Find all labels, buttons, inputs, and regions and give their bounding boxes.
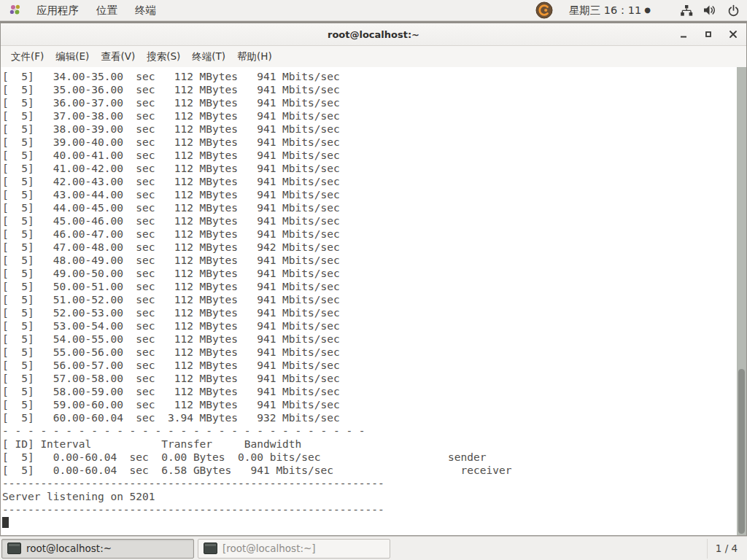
- terminal-line: [ 5] 56.00-57.00 sec 112 MBytes 941 Mbit…: [2, 359, 735, 372]
- terminal-line: [ 5] 34.00-35.00 sec 112 MBytes 941 Mbit…: [2, 70, 735, 83]
- volume-icon[interactable]: [703, 4, 717, 16]
- tray-app-icon[interactable]: [535, 1, 553, 19]
- terminal-line: - - - - - - - - - - - - - - - - - - - - …: [2, 424, 735, 438]
- terminal-line: [ 5] 36.00-37.00 sec 112 MBytes 941 Mbit…: [2, 96, 735, 109]
- terminal-line: [ 5] 48.00-49.00 sec 112 MBytes 941 Mbit…: [2, 254, 735, 267]
- task-label: root@localhost:~: [26, 542, 112, 554]
- terminal-line: Server listening on 5201: [2, 490, 735, 503]
- terminal-line: [ ID] Interval Transfer Bandwidth: [2, 438, 735, 451]
- terminal-line: [ 5] 57.00-58.00 sec 112 MBytes 941 Mbit…: [2, 372, 735, 385]
- clock[interactable]: 星期三 16：11 ●: [569, 4, 651, 18]
- maximize-button[interactable]: [703, 28, 714, 40]
- menu-terminal[interactable]: 终端(T): [186, 46, 231, 68]
- cursor-line: [1, 516, 746, 529]
- terminal-line: [ 5] 43.00-44.00 sec 112 MBytes 941 Mbit…: [2, 188, 735, 201]
- terminal-icon: [204, 542, 217, 554]
- terminal-line: [ 5] 0.00-60.04 sec 0.00 Bytes 0.00 bits…: [2, 451, 735, 464]
- titlebar[interactable]: root@localhost:~: [1, 23, 746, 46]
- panel-right: 星期三 16：11 ●: [535, 1, 747, 19]
- menu-search[interactable]: 搜索(S): [141, 46, 186, 68]
- terminal-line: [ 5] 59.00-60.00 sec 112 MBytes 941 Mbit…: [2, 398, 735, 411]
- panel-menus: 应用程序位置终端: [0, 0, 165, 21]
- menubar: 文件(F)编辑(E)查看(V)搜索(S)终端(T)帮助(H): [1, 46, 746, 69]
- terminal-output: [ 5] 34.00-35.00 sec 112 MBytes 941 Mbit…: [1, 67, 746, 516]
- terminal-line: [ 5] 54.00-55.00 sec 112 MBytes 941 Mbit…: [2, 332, 735, 346]
- desktop: 应用程序位置终端 星期三 16：11 ●: [0, 0, 747, 560]
- terminal-window: root@localhost:~ 文件(F)编辑(E)查看(V)搜索(S)终端(…: [0, 23, 747, 536]
- scrollbar-thumb[interactable]: [738, 369, 745, 534]
- clock-text: 星期三 16：11: [569, 4, 642, 18]
- terminal-line: [ 5] 58.00-59.00 sec 112 MBytes 941 Mbit…: [2, 385, 735, 398]
- task-button[interactable]: root@localhost:~: [1, 539, 194, 559]
- terminal-line: [ 5] 50.00-51.00 sec 112 MBytes 941 Mbit…: [2, 280, 735, 293]
- task-button[interactable]: [root@localhost:~]: [198, 539, 390, 559]
- terminal-line: [ 5] 53.00-54.00 sec 112 MBytes 941 Mbit…: [2, 319, 735, 332]
- terminal-line: [ 5] 46.00-47.00 sec 112 MBytes 941 Mbit…: [2, 228, 735, 241]
- task-label: [root@localhost:~]: [222, 542, 316, 554]
- terminal-line: [ 5] 0.00-60.04 sec 6.58 GBytes 941 Mbit…: [2, 464, 735, 477]
- terminal-cursor: [2, 517, 9, 528]
- terminal-line: [ 5] 60.00-60.04 sec 3.94 MBytes 932 Mbi…: [2, 411, 735, 424]
- notification-dot: ●: [644, 7, 651, 14]
- terminal-line: [ 5] 35.00-36.00 sec 112 MBytes 941 Mbit…: [2, 83, 735, 96]
- terminal-line: [ 5] 47.00-48.00 sec 112 MBytes 942 Mbit…: [2, 241, 735, 254]
- panel-menu-terminal-app[interactable]: 终端: [126, 0, 165, 21]
- menu-edit[interactable]: 编辑(E): [50, 46, 95, 68]
- minimize-button[interactable]: [678, 28, 689, 40]
- terminal-line: [ 5] 52.00-53.00 sec 112 MBytes 941 Mbit…: [2, 306, 735, 319]
- terminal-icon: [7, 542, 21, 554]
- status-icons: [680, 4, 740, 17]
- menu-file[interactable]: 文件(F): [5, 46, 50, 68]
- terminal-line: ----------------------------------------…: [2, 477, 735, 490]
- terminal-line: [ 5] 38.00-39.00 sec 112 MBytes 941 Mbit…: [2, 122, 735, 136]
- terminal-content[interactable]: [ 5] 34.00-35.00 sec 112 MBytes 941 Mbit…: [1, 67, 746, 535]
- workspace-pager[interactable]: 1 / 4: [707, 539, 746, 559]
- window-title: root@localhost:~: [328, 29, 419, 40]
- terminal-line: [ 5] 51.00-52.00 sec 112 MBytes 941 Mbit…: [2, 293, 735, 306]
- terminal-line: [ 5] 49.00-50.00 sec 112 MBytes 941 Mbit…: [2, 267, 735, 280]
- terminal-line: [ 5] 37.00-38.00 sec 112 MBytes 941 Mbit…: [2, 109, 735, 122]
- terminal-line: [ 5] 55.00-56.00 sec 112 MBytes 941 Mbit…: [2, 346, 735, 359]
- terminal-line: [ 5] 40.00-41.00 sec 112 MBytes 941 Mbit…: [2, 149, 735, 162]
- scrollbar[interactable]: [737, 67, 746, 535]
- close-button[interactable]: [727, 28, 739, 40]
- terminal-line: [ 5] 44.00-45.00 sec 112 MBytes 941 Mbit…: [2, 201, 735, 214]
- taskbar: root@localhost:~[root@localhost:~]1 / 4: [0, 536, 747, 560]
- panel-menu-places[interactable]: 位置: [88, 0, 126, 21]
- panel-menu-applications[interactable]: 应用程序: [28, 0, 88, 21]
- window-controls: [678, 23, 739, 45]
- terminal-line: [ 5] 39.00-40.00 sec 112 MBytes 941 Mbit…: [2, 136, 735, 149]
- terminal-line: [ 5] 42.00-43.00 sec 112 MBytes 941 Mbit…: [2, 175, 735, 188]
- network-icon[interactable]: [680, 4, 693, 17]
- terminal-line: [ 5] 45.00-46.00 sec 112 MBytes 941 Mbit…: [2, 214, 735, 228]
- menu-view[interactable]: 查看(V): [95, 46, 141, 68]
- top-panel: 应用程序位置终端 星期三 16：11 ●: [0, 0, 747, 21]
- terminal-line: [ 5] 41.00-42.00 sec 112 MBytes 941 Mbit…: [2, 162, 735, 175]
- applications-menu-icon: [9, 4, 22, 17]
- power-icon[interactable]: [727, 4, 740, 17]
- menu-help[interactable]: 帮助(H): [231, 46, 278, 68]
- terminal-line: ----------------------------------------…: [2, 503, 735, 516]
